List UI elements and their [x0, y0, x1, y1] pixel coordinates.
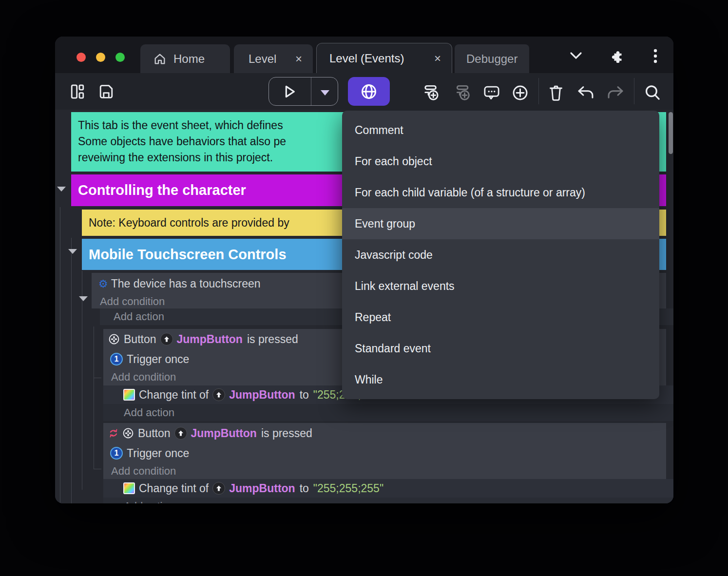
object-name: JumpButton	[229, 388, 295, 402]
add-sub-event-icon[interactable]	[454, 83, 473, 101]
addons-puzzle-icon[interactable]	[611, 48, 625, 63]
toolbar-separator	[538, 78, 539, 104]
zoom-window-button[interactable]	[115, 53, 125, 62]
add-circle-icon[interactable]	[512, 84, 529, 101]
add-event-context-menu: Comment For each object For each child v…	[342, 111, 659, 399]
preview-dropdown-caret[interactable]	[321, 90, 329, 96]
group-title: Controlling the character	[78, 182, 246, 198]
undo-icon[interactable]	[576, 85, 595, 100]
chevron-down-icon[interactable]	[569, 50, 583, 61]
event-sheet: This tab is the event sheet, which defin…	[55, 110, 673, 503]
to-word: to	[300, 482, 309, 495]
jumpbutton-object-icon	[160, 333, 173, 346]
toolbar	[55, 73, 673, 110]
tab-level-close-icon[interactable]: ×	[295, 53, 302, 65]
object-name: JumpButton	[229, 482, 295, 495]
menu-item-link-external-events[interactable]: Link external events	[342, 270, 659, 302]
tab-home[interactable]: Home	[140, 44, 230, 73]
search-icon[interactable]	[644, 84, 661, 101]
tab-level-events-label: Level (Events)	[329, 52, 404, 65]
desktop-background: Home Level × Level (Events) × Debugger	[0, 0, 728, 576]
add-event-icon[interactable]	[423, 83, 442, 101]
gamepad-icon	[122, 427, 134, 439]
menu-item-comment[interactable]: Comment	[342, 115, 659, 146]
action-prefix: Change tint of	[139, 388, 209, 402]
collapse-arrow-icon[interactable]	[79, 296, 88, 301]
collapse-arrow-icon[interactable]	[57, 187, 66, 192]
event-block-jumpbutton-released[interactable]: Button JumpButton is pressed 1 Trigger o…	[103, 423, 666, 479]
condition-prefix: Button	[124, 333, 156, 346]
object-name: JumpButton	[191, 427, 257, 440]
tint-icon	[123, 482, 135, 494]
tree-guide-tick	[94, 469, 101, 469]
tint-icon	[123, 389, 135, 401]
layout-panels-icon[interactable]	[70, 83, 85, 100]
tree-guide-tick	[94, 378, 101, 378]
add-action-link[interactable]: Add action	[124, 406, 174, 419]
condition-text: The device has a touchscreen	[111, 277, 261, 290]
menu-item-standard-event[interactable]: Standard event	[342, 333, 659, 364]
add-condition-link[interactable]: Add condition	[111, 465, 176, 478]
add-condition-row[interactable]: Add condition	[103, 463, 666, 479]
condition-prefix: Button	[138, 427, 171, 440]
collapse-arrow-icon[interactable]	[68, 249, 77, 254]
menu-item-repeat[interactable]: Repeat	[342, 302, 659, 333]
jumpbutton-object-icon	[212, 388, 225, 401]
globe-icon	[360, 83, 378, 100]
tab-home-label: Home	[173, 52, 205, 66]
minimize-window-button[interactable]	[96, 53, 105, 62]
action-value: "255;255;255"	[313, 482, 383, 495]
jumpbutton-object-icon	[174, 427, 187, 440]
preview-button-group	[268, 77, 338, 106]
save-icon[interactable]	[98, 83, 115, 100]
tab-level-events[interactable]: Level (Events) ×	[316, 43, 452, 73]
add-action-link[interactable]: Add action	[114, 310, 164, 323]
condition-row[interactable]: 1 Trigger once	[103, 443, 666, 463]
delete-icon[interactable]	[548, 84, 564, 101]
condition-text: Trigger once	[127, 353, 189, 366]
tree-guide-line	[71, 238, 72, 503]
kebab-menu-icon[interactable]	[652, 49, 658, 63]
add-condition-link[interactable]: Add condition	[111, 371, 176, 384]
condition-suffix: is pressed	[261, 427, 312, 440]
condition-row[interactable]: Button JumpButton is pressed	[103, 423, 666, 443]
redo-icon[interactable]	[606, 85, 625, 100]
tree-guide-line	[60, 207, 60, 503]
add-action-row[interactable]: Add action	[103, 404, 673, 421]
app-window: Home Level × Level (Events) × Debugger	[55, 37, 673, 503]
close-window-button[interactable]	[77, 53, 86, 62]
trigger-once-icon: 1	[110, 353, 123, 365]
tab-debugger-label: Debugger	[466, 52, 517, 66]
jumpbutton-object-icon	[212, 482, 225, 495]
gamepad-icon	[108, 333, 120, 345]
remote-preview-button[interactable]	[348, 77, 390, 106]
tab-level-label: Level	[249, 52, 276, 66]
add-condition-link[interactable]: Add condition	[100, 295, 165, 308]
menu-item-for-each-child-variable[interactable]: For each child variable (of a structure …	[342, 177, 659, 208]
add-action-link[interactable]: Add action	[124, 500, 174, 504]
condition-suffix: is pressed	[247, 333, 298, 346]
add-action-row[interactable]: Add action	[103, 498, 673, 503]
action-row-change-tint[interactable]: Change tint of JumpButton to "255;255;25…	[103, 479, 673, 498]
tab-debugger[interactable]: Debugger	[455, 44, 529, 73]
menu-item-javascript-code[interactable]: Javascript code	[342, 239, 659, 270]
to-word: to	[300, 388, 309, 402]
trigger-once-icon: 1	[110, 447, 123, 460]
tab-bar: Home Level × Level (Events) × Debugger	[55, 37, 673, 73]
group-title: Mobile Touchscreen Controls	[89, 247, 287, 263]
note-text: Note: Keyboard controls are provided by	[89, 216, 289, 230]
condition-text: Trigger once	[127, 447, 189, 460]
menu-item-for-each-object[interactable]: For each object	[342, 146, 659, 177]
tab-level-events-close-icon[interactable]: ×	[434, 53, 441, 64]
vertical-scrollbar-thumb[interactable]	[669, 112, 673, 154]
menu-item-while[interactable]: While	[342, 364, 659, 395]
menu-item-event-group[interactable]: Event group	[342, 208, 659, 239]
home-icon	[153, 52, 167, 66]
object-name: JumpButton	[177, 333, 243, 346]
play-preview-button[interactable]	[282, 84, 297, 99]
tab-level[interactable]: Level ×	[234, 44, 313, 73]
toolbar-separator	[634, 78, 634, 104]
preview-divider	[311, 77, 311, 105]
tree-guide-line	[94, 326, 94, 469]
add-comment-icon[interactable]	[483, 85, 500, 101]
